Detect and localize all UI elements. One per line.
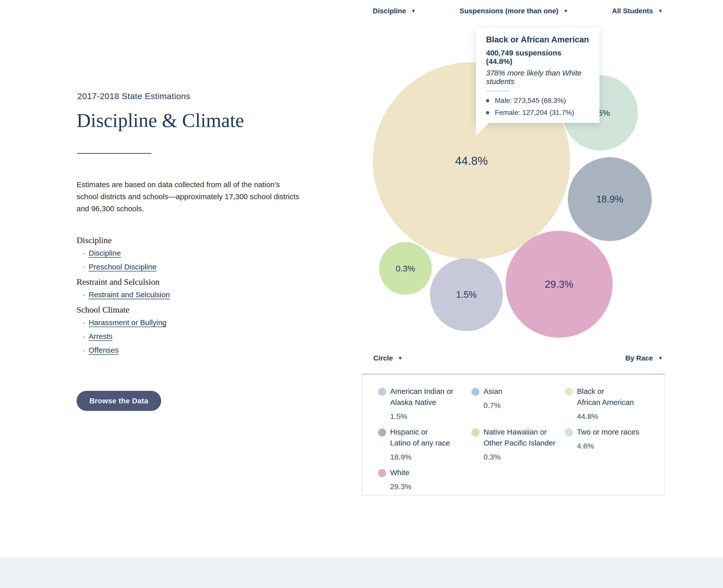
legend-swatch-icon [565,388,573,396]
category-dropdown[interactable]: Discipline ▼ [373,6,416,16]
legend-swatch-icon [378,388,386,396]
bullet-icon [486,99,489,102]
intro-paragraph: Estimates are based on data collected fr… [77,178,302,215]
legend-value: 18.9% [390,452,450,462]
group-by-dropdown-label: By Race [625,353,653,363]
legend-value: 29.3% [390,482,411,492]
tooltip-title: Black or African American [486,35,589,44]
legend-label: White [390,467,411,478]
chevron-down-icon: ▼ [658,6,663,16]
nav-section-heading-school-climate: School Climate [77,305,252,315]
legend-label: Asian [483,386,502,397]
bubble-value-label: 44.8% [455,154,488,168]
legend-swatch-icon [471,388,480,396]
metric-dropdown[interactable]: Suspensions (more than one) ▼ [460,6,568,16]
nav-item: Discipline [77,249,252,258]
bubble-american-indian-or-alaska-native[interactable]: 1.5% [430,258,503,331]
legend-item-asian: Asian 0.7% [471,386,565,421]
category-dropdown-label: Discipline [373,6,406,16]
nav-item: Offenses [77,346,252,355]
shape-dropdown-label: Circle [373,353,393,363]
chevron-down-icon: ▼ [411,6,416,16]
legend-value: 44.8% [577,412,634,421]
legend-swatch-icon [565,428,573,437]
legend-value: 4.6% [577,441,639,451]
page-root: 2017-2018 State Estimations Discipline &… [0,0,723,588]
bubble-value-label: 18.9% [596,194,623,205]
legend-item-white: White 29.3% [378,467,471,492]
legend-item-hispanic-or-latino: Hispanic or Latino of any race 18.9% [378,426,471,462]
legend-label: American Indian or Alaska Native [390,386,454,408]
nav-item: Preschool Discipline [77,263,252,272]
nav-link-restraint[interactable]: Restraint and Selculsion [88,291,170,299]
legend-item-native-hawaiian: Native Hawaiian or Other Pacific Islande… [471,426,565,462]
tooltip-male-row: Male: 273,545 (68.3%) [486,96,589,105]
legend-label: Black or African American [577,386,634,408]
nav-section-heading-restraint: Restraint and Selculsion [77,277,252,287]
nav-link-preschool-discipline[interactable]: Preschool Discipline [88,262,156,271]
bubble-value-label: 29.3% [545,279,573,290]
legend-swatch-icon [471,428,480,437]
nav-link-offenses[interactable]: Offenses [88,346,119,354]
nav-item: Harassment or Bullying [77,319,252,328]
chart-controls: Circle ▼ By Race ▼ [373,353,663,363]
nav-item: Arrests [77,333,252,341]
tooltip-comparison: 378% more likely than White students [486,69,589,86]
chevron-down-icon: ▼ [398,353,403,363]
legend-label: Native Hawaiian or Other Pacific Islande… [483,426,556,448]
legend-label: Hispanic or Latino of any race [390,426,450,448]
page-title: Discipline & Climate [77,110,244,131]
tooltip-female-row: Female: 127,204 (31.7%) [486,108,589,117]
title-divider [77,153,152,154]
population-dropdown-label: All Students [612,6,653,16]
chevron-down-icon: ▼ [658,353,663,363]
chart-legend: American Indian or Alaska Native 1.5% As… [362,374,665,496]
bubble-native-hawaiian-or-pacific-islander[interactable]: 0.3% [379,242,432,295]
footer-band [0,558,723,588]
tooltip-headline: 400,749 suspensions (44.8%) [486,49,589,66]
group-by-dropdown[interactable]: By Race ▼ [625,353,663,363]
legend-swatch-icon [378,469,386,477]
topic-nav: Discipline Discipline Preschool Discipli… [77,235,252,360]
nav-item: Restraint and Selculsion [77,291,252,300]
nav-link-arrests[interactable]: Arrests [88,332,113,340]
population-dropdown[interactable]: All Students ▼ [612,6,663,16]
metric-dropdown-label: Suspensions (more than one) [460,6,559,16]
legend-item-two-or-more-races: Two or more races 4.6% [565,426,655,462]
legend-item-american-indian: American Indian or Alaska Native 1.5% [378,386,471,421]
nav-link-discipline[interactable]: Discipline [88,249,121,257]
legend-swatch-icon [378,428,386,437]
bullet-icon [486,111,489,114]
nav-link-harassment[interactable]: Harassment or Bullying [88,318,166,327]
chevron-down-icon: ▼ [563,6,568,16]
bubble-hispanic-or-latino[interactable]: 18.9% [568,157,652,241]
legend-label: Two or more races [577,426,639,438]
legend-value: 0.3% [483,452,556,462]
eyebrow-label: 2017-2018 State Estimations [77,91,190,101]
bubble-value-label: 0.3% [396,264,415,273]
tooltip-female-value: Female: 127,204 (31.7%) [495,108,574,117]
chart-tooltip: Black or African American 400,749 suspen… [476,27,600,123]
legend-value: 1.5% [390,412,454,421]
bubble-value-label: 1.5% [456,290,477,300]
nav-section-heading-discipline: Discipline [77,235,252,245]
tooltip-male-value: Male: 273,545 (68.3%) [495,96,566,105]
bubble-white[interactable]: 29.3% [506,231,612,338]
tooltip-divider [486,91,510,91]
filter-bar: Discipline ▼ Suspensions (more than one)… [373,6,663,16]
shape-dropdown[interactable]: Circle ▼ [373,353,403,363]
legend-item-black-or-african-american: Black or African American 44.8% [565,386,655,421]
legend-value: 0.7% [483,400,502,411]
browse-data-button[interactable]: Browse the Data [77,391,161,411]
tooltip-pointer [476,123,489,135]
